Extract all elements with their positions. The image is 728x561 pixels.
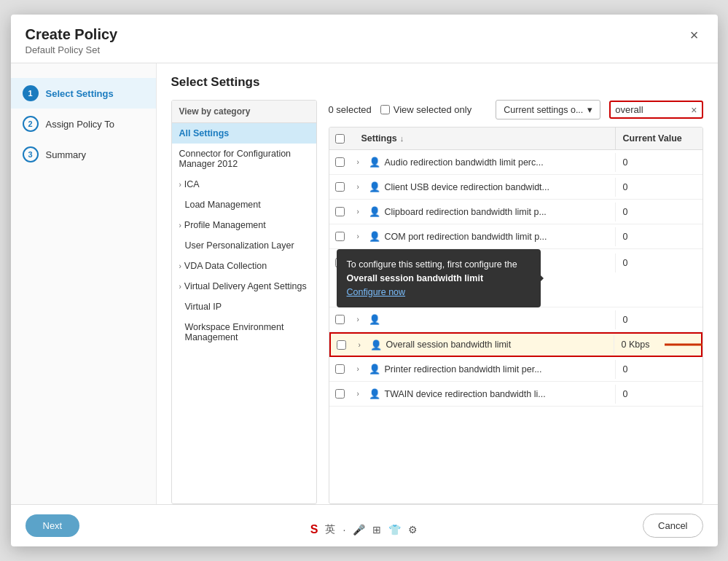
dropdown-label: Current settings o... — [504, 105, 583, 115]
step-3-circle: 3 — [23, 146, 39, 162]
step-3-summary[interactable]: 3 Summary — [11, 139, 156, 170]
row7-checkbox[interactable] — [337, 340, 346, 350]
row1-name: Audio redirection bandwidth limit perc..… — [382, 157, 615, 168]
dropdown-chevron-icon: ▾ — [587, 104, 592, 115]
step-2-circle: 2 — [23, 116, 39, 132]
row9-value: 0 — [615, 385, 702, 404]
search-input[interactable] — [615, 104, 688, 115]
search-box: × — [609, 101, 702, 119]
next-button[interactable]: Next — [26, 514, 80, 537]
row1-check[interactable] — [329, 153, 357, 171]
table-row: › 👤 0 — [329, 307, 702, 332]
category-load-management[interactable]: Load Management — [172, 195, 316, 215]
taskbar-icons: S 英 · 🎤 ⊞ 👕 ⚙ — [310, 523, 418, 536]
row8-value: 0 — [615, 360, 702, 379]
row8-check[interactable] — [329, 360, 357, 378]
th-settings[interactable]: Settings ↓ — [357, 128, 615, 149]
profile-chevron-icon: › — [179, 221, 181, 230]
step-2-assign-policy[interactable]: 2 Assign Policy To — [11, 109, 156, 139]
row3-check[interactable] — [329, 203, 357, 221]
row4-name: COM port redirection bandwidth limit p..… — [382, 232, 615, 242]
settings-panel: 0 selected View selected only Current se… — [329, 100, 703, 504]
row2-name: Client USB device redirection bandwidt..… — [382, 182, 615, 192]
row8-checkbox[interactable] — [335, 364, 345, 374]
taskbar-lang-icon: 英 — [325, 523, 335, 536]
clear-search-button[interactable]: × — [691, 105, 697, 115]
category-vda-data[interactable]: › VDA Data Collection — [172, 256, 316, 276]
row9-expand-icon[interactable]: › — [357, 390, 369, 398]
row4-user-icon: 👤 — [369, 231, 382, 242]
main-content: Select Settings View by category All Set… — [157, 63, 718, 504]
row9-checkbox[interactable] — [335, 389, 345, 399]
category-workspace-label: Workspace Environment Management — [185, 322, 309, 342]
row4-checkbox[interactable] — [335, 232, 345, 241]
category-user-personalization[interactable]: User Personalization Layer — [172, 235, 316, 256]
row1-checkbox[interactable] — [335, 157, 345, 167]
category-connector[interactable]: Connector for Configuration Manager 2012 — [172, 144, 316, 174]
arrow-indicator — [665, 344, 703, 346]
row2-user-icon: 👤 — [369, 181, 382, 192]
row4-check[interactable] — [329, 227, 357, 246]
row1-expand-icon[interactable]: › — [357, 158, 369, 166]
row8-expand-icon[interactable]: › — [357, 365, 369, 373]
row4-expand-icon[interactable]: › — [357, 232, 369, 240]
row3-checkbox[interactable] — [335, 207, 345, 216]
configure-now-link[interactable]: Configure now — [347, 287, 406, 297]
th-checkbox — [329, 128, 357, 149]
taskbar-shirt-icon: 👕 — [388, 524, 401, 536]
view-selected-checkbox[interactable] — [380, 105, 390, 114]
taskbar-grid-icon: ⊞ — [372, 524, 381, 536]
view-selected-text: View selected only — [394, 104, 471, 115]
row1-user-icon: 👤 — [369, 157, 382, 168]
tooltip-popup: To configure this setting, first configu… — [337, 249, 541, 307]
category-virtual-delivery[interactable]: › Virtual Delivery Agent Settings — [172, 276, 316, 297]
category-all-settings-label: All Settings — [179, 128, 230, 138]
th-value: Current Value — [615, 128, 702, 149]
modal-footer: Next S 英 · 🎤 ⊞ 👕 ⚙ Cancel — [11, 504, 718, 546]
settings-table: Settings ↓ Current Value › 👤 Audio redir… — [329, 127, 703, 504]
category-profile-label: Profile Management — [184, 220, 266, 230]
row2-check[interactable] — [329, 178, 357, 196]
category-profile-management[interactable]: › Profile Management — [172, 215, 316, 235]
create-policy-modal: Create Policy Default Policy Set × 1 Sel… — [11, 15, 718, 546]
row7-check[interactable] — [331, 336, 359, 354]
row2-checkbox[interactable] — [335, 182, 345, 192]
row8-user-icon: 👤 — [369, 364, 382, 374]
cancel-button[interactable]: Cancel — [643, 514, 702, 538]
col-settings-label: Settings — [361, 133, 397, 144]
table-row: › 👤 Audio redirection bandwidth limit pe… — [329, 150, 702, 175]
row7-user-icon: 👤 — [370, 340, 383, 350]
category-virtual-ip-label: Virtual IP — [185, 302, 222, 312]
category-load-label: Load Management — [185, 200, 261, 210]
row7-expand-icon[interactable]: › — [359, 341, 370, 349]
row9-check[interactable] — [329, 385, 357, 403]
view-selected-label[interactable]: View selected only — [380, 104, 471, 115]
row2-expand-icon[interactable]: › — [357, 183, 369, 191]
current-settings-dropdown[interactable]: Current settings o... ▾ — [496, 100, 600, 119]
category-vda-data-label: VDA Data Collection — [184, 261, 267, 271]
category-all-settings[interactable]: All Settings — [172, 123, 316, 144]
category-virtual-ip[interactable]: Virtual IP — [172, 297, 316, 317]
row4-value: 0 — [615, 227, 702, 246]
select-all-checkbox[interactable] — [335, 134, 345, 144]
category-panel-header: View by category — [172, 101, 316, 123]
overall-session-row: › 👤 Overall session bandwidth limit 0 Kb… — [329, 332, 702, 357]
header-text: Create Policy Default Policy Set — [26, 26, 118, 55]
section-title: Select Settings — [171, 75, 703, 90]
step-1-select-settings[interactable]: 1 Select Settings — [11, 78, 156, 109]
steps-sidebar: 1 Select Settings 2 Assign Policy To 3 S… — [11, 63, 157, 504]
row3-expand-icon[interactable]: › — [357, 208, 369, 216]
row6-expand-icon[interactable]: › — [357, 315, 369, 323]
tooltip-bold-text: Overall session bandwidth limit — [347, 273, 484, 283]
close-button[interactable]: × — [686, 26, 703, 44]
table-row: › 👤 Client USB device redirection bandwi… — [329, 175, 702, 200]
category-ica[interactable]: › ICA — [172, 174, 316, 195]
selected-count: 0 selected — [329, 104, 372, 115]
row6-checkbox[interactable] — [335, 315, 345, 324]
row9-user-icon: 👤 — [369, 388, 382, 399]
row7-name: Overall session bandwidth limit — [383, 340, 614, 350]
category-workspace[interactable]: Workspace Environment Management — [172, 317, 316, 348]
row6-check[interactable] — [329, 310, 357, 329]
settings-toolbar: 0 selected View selected only Current se… — [329, 100, 703, 119]
row6-value: 0 — [615, 310, 702, 329]
